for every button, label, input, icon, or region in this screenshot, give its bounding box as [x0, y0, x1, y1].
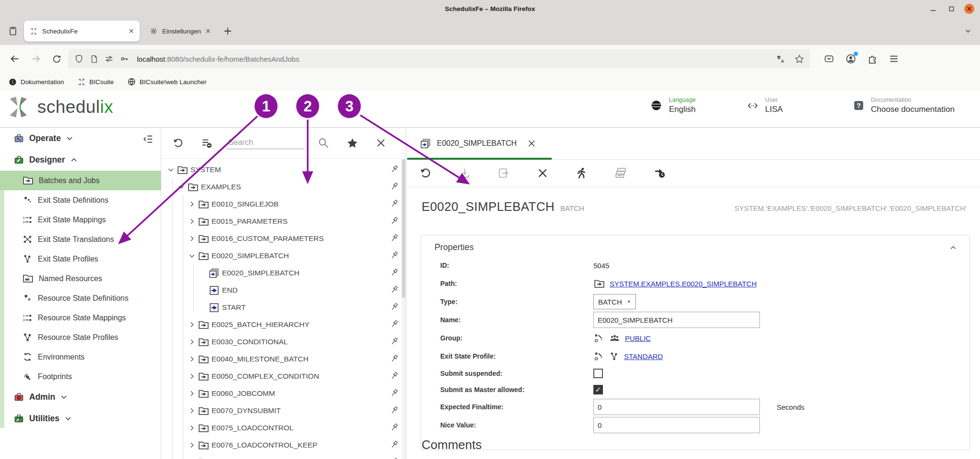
sidebar-item-footprints[interactable]: Footprints [0, 367, 161, 386]
tree-row[interactable]: E0025_BATCH_HIERARCHY [161, 316, 406, 333]
batch-folder-icon[interactable] [593, 278, 605, 290]
pin-icon[interactable] [389, 267, 400, 278]
exit-state-profiles-icon[interactable] [609, 351, 620, 362]
pocket-icon[interactable] [824, 54, 835, 65]
tree-row[interactable]: E0070_DYNSUBMIT [161, 402, 406, 419]
pin-icon[interactable] [389, 405, 400, 416]
bookmark-star-icon[interactable] [794, 54, 804, 64]
bookmark-item[interactable]: BICsuite!web Launcher [127, 77, 207, 86]
tree-row[interactable]: E0040_MILESTONE_BATCH [161, 350, 406, 368]
permissions-sliders-icon[interactable] [104, 54, 114, 64]
sidebar-item-exit-state-profiles[interactable]: Exit State Profiles [0, 249, 161, 269]
pin-icon[interactable] [389, 164, 400, 175]
submit-window-icon-disabled[interactable] [497, 166, 511, 180]
close-window-icon[interactable]: ✕ [964, 4, 974, 14]
url-field[interactable]: localhost:8080/schedulix-fe/home/Batches… [68, 49, 810, 68]
header-info-documentation[interactable]: ?DocumentationChoose documentation [853, 97, 955, 115]
property-link[interactable]: STANDARD [624, 352, 663, 361]
list-all-tabs-icon[interactable] [964, 27, 972, 35]
close-icon[interactable] [536, 167, 549, 179]
minimize-icon[interactable] [928, 3, 938, 14]
forward-icon[interactable] [31, 54, 41, 64]
tree-row[interactable]: EXAMPLES [161, 178, 406, 196]
tree-row[interactable]: END [161, 282, 406, 299]
close-tab-icon[interactable] [527, 139, 536, 148]
header-info-user[interactable]: UserLISA [746, 97, 783, 115]
expander-open-icon[interactable] [188, 252, 198, 260]
pin-icon[interactable] [389, 233, 400, 244]
expander-closed-icon[interactable] [188, 200, 198, 208]
tree-row[interactable]: E0010_SINGLEJOB [161, 196, 406, 213]
sidebar-item-operate[interactable]: Operate [0, 128, 161, 149]
clear-search-icon[interactable] [375, 137, 387, 149]
pin-icon[interactable] [389, 353, 400, 364]
expander-closed-icon[interactable] [188, 355, 198, 363]
expander-closed-icon[interactable] [188, 235, 198, 242]
sidebar-item-utilities[interactable]: Utilities [0, 408, 161, 429]
reload-icon[interactable] [52, 54, 62, 64]
tree-row[interactable]: E0030_CONDITIONAL [161, 333, 406, 350]
sidebar-item-resource-state-definitions[interactable]: Resource State Definitions [0, 288, 161, 308]
checkbox-unchecked[interactable] [593, 369, 603, 378]
pin-icon[interactable] [389, 319, 400, 330]
filter-list-icon[interactable] [200, 137, 213, 149]
tree-row[interactable]: E0060_JOBCOMM [161, 385, 406, 402]
pin-icon[interactable] [389, 302, 400, 313]
window-titlebar[interactable]: SchedulixFe – Mozilla Firefox ✕ [0, 0, 980, 17]
expander-closed-icon[interactable] [188, 390, 198, 397]
expander-closed-icon[interactable] [188, 407, 198, 415]
pin-icon[interactable] [389, 457, 400, 459]
property-link[interactable]: SYSTEM.EXAMPLES.E0020_SIMPLEBATCH [610, 280, 757, 288]
url-text[interactable]: localhost:8080/schedulix-fe/home/Batches… [137, 55, 299, 63]
checkbox-checked[interactable]: ✓ [593, 385, 603, 394]
refresh-icon[interactable] [172, 137, 184, 149]
schedulix-logo[interactable]: schedulix [7, 95, 113, 120]
expander-open-icon[interactable] [167, 166, 177, 174]
tree-scrollbar[interactable] [401, 158, 406, 459]
expander-closed-icon[interactable] [188, 338, 198, 346]
refresh-icon[interactable] [419, 166, 432, 180]
sidebar-item-batches-and-jobs[interactable]: Batches and Jobs [0, 171, 161, 190]
search-icon[interactable] [317, 137, 330, 149]
sidebar-item-exit-state-translations[interactable]: Exit State Translations [0, 230, 161, 249]
key-icon[interactable] [120, 54, 129, 64]
pin-icon[interactable] [389, 336, 400, 347]
expander-closed-icon[interactable] [188, 441, 198, 449]
tree-row[interactable]: E0016_CUSTOM_PARAMETERS [161, 230, 406, 247]
pin-icon[interactable] [389, 181, 400, 192]
tree-row[interactable]: E0020_SIMPLEBATCH [161, 247, 406, 264]
sidebar-item-named-resources[interactable]: Named Resources [0, 269, 161, 288]
property-input[interactable] [593, 399, 760, 415]
expander-closed-icon[interactable] [188, 218, 198, 225]
close-tab-icon[interactable]: ✕ [128, 27, 134, 35]
tree-row[interactable]: E0015_PARAMETERS [161, 213, 406, 230]
pin-icon[interactable] [389, 216, 400, 227]
pin-icon[interactable] [389, 388, 400, 399]
collapse-sidebar-icon[interactable] [143, 133, 154, 145]
tree-row[interactable]: SYSTEM [161, 161, 406, 178]
type-select[interactable]: BATCH [593, 294, 636, 309]
expander-closed-icon[interactable] [188, 321, 198, 328]
firefox-view-icon[interactable] [8, 26, 18, 36]
bookmark-item[interactable]: BICsuite [78, 78, 114, 86]
sidebar-item-environments[interactable]: Environments [0, 347, 161, 367]
tree-row[interactable]: E0076_LOADCONTROL_KEEP [161, 437, 406, 454]
pin-icon[interactable] [389, 371, 400, 382]
sidebar-item-exit-state-definitions[interactable]: Exit State Definitions [0, 190, 161, 210]
tree-row[interactable]: E0050_COMPLEX_CONDITION [161, 368, 406, 385]
shield-icon[interactable] [74, 54, 84, 64]
translate-icon[interactable]: A [776, 54, 786, 64]
property-link[interactable]: PUBLIC [625, 334, 651, 342]
tree-scrollbar-thumb[interactable] [402, 159, 405, 298]
bookmark-item[interactable]: Dokumentation [9, 78, 64, 86]
run-icon[interactable] [575, 166, 588, 180]
group-people-icon[interactable] [609, 332, 621, 344]
sidebar-item-resource-state-profiles[interactable]: Resource State Profiles [0, 328, 161, 347]
property-input[interactable] [593, 312, 760, 328]
edit-squares-icon[interactable] [593, 333, 604, 344]
expander-closed-icon[interactable] [188, 372, 198, 380]
pin-icon[interactable] [389, 250, 400, 261]
detail-tab[interactable]: E0020_SIMPLEBATCH [406, 128, 544, 159]
sidebar-item-admin[interactable]: Admin [0, 386, 161, 408]
browser-tab-schedulixfe[interactable]: SchedulixFe✕ [24, 21, 140, 42]
